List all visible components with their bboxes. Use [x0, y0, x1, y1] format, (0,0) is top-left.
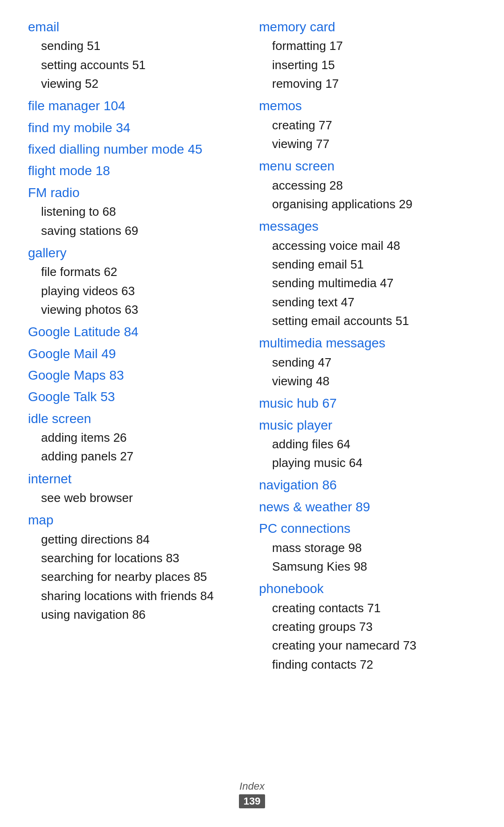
sub-item: sending 51: [28, 36, 245, 55]
index-entry: music playeradding files 64playing music…: [259, 417, 476, 473]
index-entry: flight mode 18: [28, 163, 245, 179]
sub-item: creating groups 73: [259, 617, 476, 636]
entry-title[interactable]: memory card: [259, 19, 476, 35]
sub-item: playing videos 63: [28, 282, 245, 300]
index-entry: fixed dialling number mode 45: [28, 141, 245, 158]
sub-item: using navigation 86: [28, 605, 245, 624]
index-entry: Google Latitude 84: [28, 324, 245, 340]
index-entry: memoscreating 77viewing 77: [259, 98, 476, 153]
sub-item: formatting 17: [259, 36, 476, 55]
entry-title[interactable]: music hub 67: [259, 395, 476, 412]
footer-label: Index: [0, 780, 504, 792]
entry-title[interactable]: idle screen: [28, 410, 245, 427]
sub-item: sending 47: [259, 353, 476, 372]
entry-title[interactable]: messages: [259, 218, 476, 235]
sub-item: sending multimedia 47: [259, 274, 476, 292]
sub-item: adding files 64: [259, 435, 476, 453]
sub-item: inserting 15: [259, 56, 476, 74]
sub-item: accessing voice mail 48: [259, 236, 476, 255]
sub-item: viewing 52: [28, 74, 245, 93]
sub-item: viewing 77: [259, 134, 476, 153]
entry-title[interactable]: PC connections: [259, 520, 476, 537]
sub-item: sharing locations with friends 84: [28, 587, 245, 605]
sub-item: Samsung Kies 98: [259, 557, 476, 576]
sub-item: file formats 62: [28, 262, 245, 281]
index-entry: menu screenaccessing 28organising applic…: [259, 158, 476, 213]
sub-item: adding items 26: [28, 428, 245, 447]
entry-title[interactable]: Google Mail 49: [28, 346, 245, 362]
sub-item: setting email accounts 51: [259, 311, 476, 330]
sub-item: mass storage 98: [259, 538, 476, 557]
index-entry: file manager 104: [28, 98, 245, 114]
entry-title[interactable]: menu screen: [259, 158, 476, 175]
index-entry: mapgetting directions 84searching for lo…: [28, 512, 245, 624]
sub-item: creating 77: [259, 116, 476, 134]
index-entry: messagesaccessing voice mail 48sending e…: [259, 218, 476, 330]
entry-title[interactable]: map: [28, 512, 245, 529]
entry-title[interactable]: Google Maps 83: [28, 367, 245, 384]
sub-item: creating your namecard 73: [259, 636, 476, 655]
sub-item: viewing 48: [259, 372, 476, 390]
sub-item: removing 17: [259, 74, 476, 93]
index-entry: PC connectionsmass storage 98Samsung Kie…: [259, 520, 476, 576]
sub-item: listening to 68: [28, 202, 245, 221]
index-container: emailsending 51setting accounts 51viewin…: [28, 19, 476, 679]
sub-item: accessing 28: [259, 176, 476, 195]
index-entry: internetsee web browser: [28, 471, 245, 508]
entry-title[interactable]: phonebook: [259, 580, 476, 597]
sub-item: finding contacts 72: [259, 655, 476, 674]
entry-title[interactable]: navigation 86: [259, 477, 476, 494]
index-entry: Google Mail 49: [28, 346, 245, 362]
index-entry: Google Maps 83: [28, 367, 245, 384]
entry-title[interactable]: flight mode 18: [28, 163, 245, 179]
sub-item: saving stations 69: [28, 221, 245, 240]
sub-item: playing music 64: [259, 453, 476, 472]
index-entry: find my mobile 34: [28, 120, 245, 136]
entry-title[interactable]: music player: [259, 417, 476, 434]
entry-title[interactable]: memos: [259, 98, 476, 114]
entry-title[interactable]: Google Talk 53: [28, 389, 245, 405]
entry-title[interactable]: FM radio: [28, 184, 245, 201]
entry-title[interactable]: gallery: [28, 245, 245, 262]
index-entry: emailsending 51setting accounts 51viewin…: [28, 19, 245, 93]
sub-item: creating contacts 71: [259, 599, 476, 617]
index-entry: memory cardformatting 17inserting 15remo…: [259, 19, 476, 93]
sub-item: sending text 47: [259, 293, 476, 311]
index-entry: idle screenadding items 26adding panels …: [28, 410, 245, 466]
entry-title[interactable]: Google Latitude 84: [28, 324, 245, 340]
entry-title[interactable]: fixed dialling number mode 45: [28, 141, 245, 158]
footer: Index 139: [0, 780, 504, 808]
sub-item: see web browser: [28, 488, 245, 507]
index-entry: multimedia messagessending 47viewing 48: [259, 335, 476, 390]
index-entry: news & weather 89: [259, 499, 476, 516]
entry-title[interactable]: email: [28, 19, 245, 35]
sub-item: searching for locations 83: [28, 549, 245, 567]
index-entry: navigation 86: [259, 477, 476, 494]
sub-item: searching for nearby places 85: [28, 567, 245, 586]
index-entry: Google Talk 53: [28, 389, 245, 405]
entry-title[interactable]: find my mobile 34: [28, 120, 245, 136]
entry-title[interactable]: file manager 104: [28, 98, 245, 114]
sub-item: organising applications 29: [259, 195, 476, 213]
index-entry: music hub 67: [259, 395, 476, 412]
entry-title[interactable]: internet: [28, 471, 245, 488]
sub-item: setting accounts 51: [28, 56, 245, 74]
sub-item: getting directions 84: [28, 530, 245, 549]
sub-item: sending email 51: [259, 255, 476, 274]
sub-item: adding panels 27: [28, 447, 245, 466]
col-left: emailsending 51setting accounts 51viewin…: [28, 19, 259, 679]
index-entry: phonebookcreating contacts 71creating gr…: [259, 580, 476, 674]
entry-title[interactable]: multimedia messages: [259, 335, 476, 352]
index-entry: galleryfile formats 62playing videos 63v…: [28, 245, 245, 319]
col-right: memory cardformatting 17inserting 15remo…: [259, 19, 476, 679]
footer-page: 139: [239, 794, 266, 808]
entry-title[interactable]: news & weather 89: [259, 499, 476, 516]
sub-item: viewing photos 63: [28, 300, 245, 319]
index-entry: FM radiolistening to 68saving stations 6…: [28, 184, 245, 240]
